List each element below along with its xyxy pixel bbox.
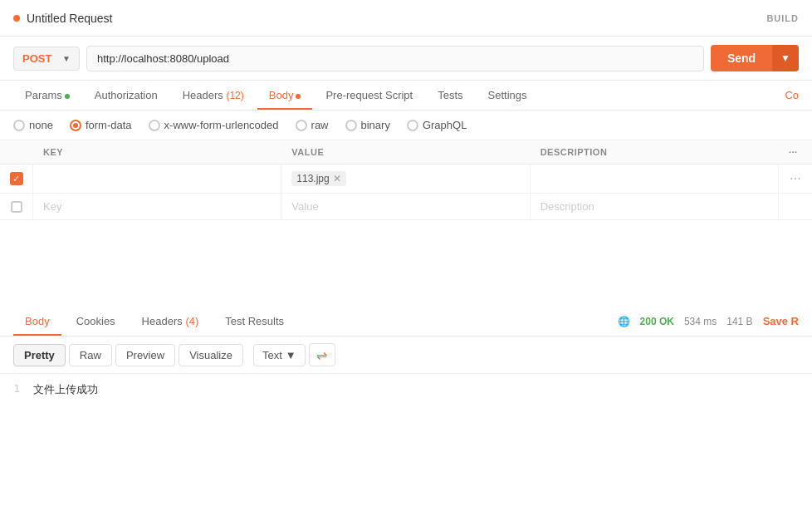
radio-binary[interactable]: binary: [345, 119, 390, 131]
response-toolbar: Pretty Raw Preview Visualize Text ▼ ⇌: [0, 337, 812, 374]
request-tabs: Params Authorization Headers (12) Body P…: [0, 81, 812, 111]
radio-urlencoded[interactable]: x-www-form-urlencoded: [149, 119, 279, 131]
line-content: 文件上传成功: [33, 382, 98, 397]
params-dot: [65, 94, 70, 99]
format-chevron-icon: ▼: [286, 349, 296, 361]
response-code-area: 1 文件上传成功: [0, 374, 812, 405]
empty-checkbox-icon: [11, 201, 22, 213]
tab-tests[interactable]: Tests: [426, 81, 474, 110]
headers-badge: (4): [185, 315, 198, 327]
save-response-button[interactable]: Save R: [763, 315, 799, 327]
empty-description-cell[interactable]: Description: [531, 194, 779, 219]
tab-params[interactable]: Params: [13, 81, 81, 110]
body-dot: [296, 94, 301, 99]
radio-graphql-circle: [407, 120, 418, 131]
checkmark-icon: ✓: [12, 174, 20, 184]
table-row: ✓ 113.jpg ✕ ···: [0, 165, 812, 194]
body-table: KEY VALUE DESCRIPTION ··· ✓ 113.jpg ✕: [0, 140, 812, 307]
response-time: 534 ms: [684, 316, 717, 327]
col-header-description: DESCRIPTION: [531, 140, 779, 164]
wrap-icon: ⇌: [316, 347, 327, 363]
radio-none-circle: [13, 120, 25, 131]
response-tabs: Body Cookies Headers (4) Test Results 🌐 …: [0, 307, 812, 337]
url-input[interactable]: [86, 46, 704, 71]
title-bar: Untitled Request BUILD: [0, 0, 812, 37]
empty-row: Key Value Description: [0, 194, 812, 220]
row-key-cell[interactable]: [33, 165, 281, 193]
response-tab-cookies[interactable]: Cookies: [65, 307, 127, 336]
preview-button[interactable]: Preview: [115, 344, 175, 366]
radio-raw[interactable]: raw: [296, 119, 329, 131]
col-header-value: VALUE: [281, 140, 530, 164]
main-content: POST ▼ Send ▼ Params Authorization Heade…: [0, 37, 812, 511]
col-header-checkbox: [0, 140, 33, 164]
response-tab-body[interactable]: Body: [13, 307, 61, 336]
method-selector[interactable]: POST ▼: [13, 47, 80, 71]
radio-raw-circle: [296, 120, 307, 131]
send-button-group: Send ▼: [711, 45, 799, 71]
value-placeholder: Value: [291, 200, 318, 213]
row-more-btn[interactable]: ···: [779, 165, 812, 193]
line-number: 1: [0, 382, 33, 395]
response-meta: 🌐 200 OK 534 ms 141 B Save R: [618, 315, 799, 327]
more-options-icon: ···: [789, 147, 798, 157]
response-size: 141 B: [726, 316, 752, 327]
method-chevron-icon: ▼: [62, 54, 71, 63]
file-tag: 113.jpg ✕: [291, 171, 345, 186]
tab-headers[interactable]: Headers (12): [171, 81, 256, 110]
empty-key-cell[interactable]: Key: [33, 194, 281, 219]
format-selector[interactable]: Text ▼: [253, 344, 306, 366]
code-line: 1 文件上传成功: [0, 381, 812, 399]
tab-body[interactable]: Body: [257, 81, 313, 110]
format-label: Text: [262, 349, 282, 361]
tab-prerequest[interactable]: Pre-request Script: [314, 81, 424, 110]
col-header-key: KEY: [33, 140, 281, 164]
empty-value-cell[interactable]: Value: [281, 194, 530, 219]
row-description-cell[interactable]: [531, 165, 779, 193]
method-label: POST: [22, 52, 51, 65]
row-value-cell[interactable]: 113.jpg ✕: [281, 165, 530, 193]
radio-binary-circle: [345, 120, 357, 131]
raw-button[interactable]: Raw: [69, 344, 112, 366]
request-title: Untitled Request: [27, 12, 113, 25]
tab-authorization[interactable]: Authorization: [83, 81, 169, 110]
checkbox-checked-icon[interactable]: ✓: [10, 172, 23, 185]
body-type-selector: none form-data x-www-form-urlencoded raw…: [0, 111, 812, 140]
response-section: Body Cookies Headers (4) Test Results 🌐 …: [0, 307, 812, 511]
empty-checkbox[interactable]: [0, 194, 33, 219]
file-remove-icon[interactable]: ✕: [333, 173, 341, 184]
key-placeholder: Key: [43, 200, 61, 213]
response-tab-headers[interactable]: Headers (4): [130, 307, 211, 336]
row-checkbox[interactable]: ✓: [0, 165, 33, 193]
radio-graphql[interactable]: GraphQL: [407, 119, 467, 131]
tab-settings[interactable]: Settings: [477, 81, 539, 110]
send-button[interactable]: Send: [711, 45, 772, 71]
radio-inner: [73, 123, 78, 128]
globe-icon: 🌐: [618, 316, 630, 327]
pretty-button[interactable]: Pretty: [13, 344, 66, 366]
col-header-more: ···: [779, 140, 812, 164]
empty-more: [779, 194, 812, 219]
radio-none[interactable]: none: [13, 119, 53, 131]
file-name: 113.jpg: [296, 173, 329, 184]
radio-urlencoded-circle: [149, 120, 160, 131]
build-label: BUILD: [766, 13, 799, 23]
visualize-button[interactable]: Visualize: [179, 344, 243, 366]
tab-more[interactable]: Co: [785, 89, 799, 101]
description-placeholder: Description: [541, 200, 594, 213]
title-indicator: [13, 15, 20, 22]
send-dropdown-button[interactable]: ▼: [772, 45, 799, 71]
response-tab-testresults[interactable]: Test Results: [213, 307, 296, 336]
radio-form-data[interactable]: form-data: [70, 119, 132, 131]
status-badge: 200 OK: [640, 316, 674, 327]
wrap-button[interactable]: ⇌: [309, 343, 335, 366]
title-bar-left: Untitled Request: [13, 12, 113, 25]
radio-form-data-circle: [70, 120, 81, 131]
url-bar: POST ▼ Send ▼: [0, 37, 812, 81]
table-header: KEY VALUE DESCRIPTION ···: [0, 140, 812, 165]
